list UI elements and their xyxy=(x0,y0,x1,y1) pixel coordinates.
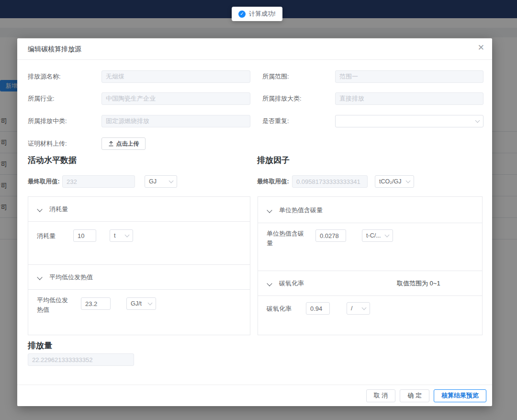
carbon-content-panel-content: 单位热值含碳量 t-C/... xyxy=(258,223,482,271)
factor-unit-value: tCO₂/GJ xyxy=(379,178,402,185)
heat-value-row-label: 平均低位发热值 xyxy=(37,295,68,315)
carbon-content-header-label: 单位热值含碳量 xyxy=(279,197,323,223)
middle-category-field xyxy=(101,115,250,127)
chevron-down-icon xyxy=(148,300,153,305)
oxidation-row-label: 碳氧化率 xyxy=(267,304,292,314)
consumption-header-label: 消耗量 xyxy=(49,197,68,222)
oxidation-unit-value: / xyxy=(351,305,352,312)
factor-final-value-field xyxy=(292,175,368,188)
chevron-down-icon xyxy=(267,281,272,286)
emission-section-title: 排放量 xyxy=(28,340,52,351)
heat-value-unit-select[interactable]: GJ/t xyxy=(126,297,156,310)
close-icon[interactable]: ✕ xyxy=(478,44,484,52)
dialog-footer: 取 消 确 定 核算结果预览 xyxy=(17,385,492,406)
chevron-down-icon xyxy=(406,178,411,183)
activity-final-label: 最终取用值: xyxy=(28,175,60,188)
activity-unit-select[interactable]: GJ xyxy=(145,175,177,188)
heat-value-panel-header[interactable]: 平均低位发热值 xyxy=(28,265,250,290)
heat-value-input[interactable] xyxy=(81,297,111,310)
factor-final-label: 最终取用值: xyxy=(257,175,289,188)
oxidation-header-label: 碳氧化率 xyxy=(279,271,304,296)
activity-collapse-panel: 消耗量 消耗量 t 平均低位发热值 平均低位发热值 GJ/t xyxy=(28,196,250,335)
success-toast: ✓ 计算成功! xyxy=(232,7,282,21)
heat-value-panel-content: 平均低位发热值 GJ/t xyxy=(28,290,250,335)
upload-button[interactable]: 点击上传 xyxy=(101,137,146,150)
consumption-unit-value: t xyxy=(114,232,115,239)
upload-button-label: 点击上传 xyxy=(116,140,139,148)
dialog-title: 编辑碳核算排放源 xyxy=(28,38,81,60)
activity-final-value-field xyxy=(62,175,135,188)
source-name-label: 排放源名称: xyxy=(28,70,61,83)
carbon-content-panel-header[interactable]: 单位热值含碳量 xyxy=(258,197,482,223)
activity-section-title: 活动水平数据 xyxy=(28,155,77,166)
confirm-button[interactable]: 确 定 xyxy=(400,389,429,402)
scope-field xyxy=(335,70,483,83)
industry-field xyxy=(101,92,250,105)
scope-label: 所属范围: xyxy=(262,70,289,83)
middle-category-label: 所属排放中类: xyxy=(28,115,67,127)
cancel-button[interactable]: 取 消 xyxy=(366,389,396,402)
oxidation-range-hint: 取值范围为 0~1 xyxy=(397,271,440,296)
upload-label: 证明材料上传: xyxy=(28,137,67,150)
toast-message: 计算成功! xyxy=(249,10,276,18)
consumption-panel-header[interactable]: 消耗量 xyxy=(28,197,250,222)
carbon-content-row-label: 单位热值含碳量 xyxy=(267,229,305,248)
activity-unit-value: GJ xyxy=(149,178,157,185)
chevron-down-icon xyxy=(37,206,42,212)
dialog-header: 编辑碳核算排放源 ✕ xyxy=(17,38,492,60)
chevron-down-icon xyxy=(475,118,480,123)
result-preview-button[interactable]: 核算结果预览 xyxy=(434,389,486,402)
consumption-row-label: 消耗量 xyxy=(37,231,56,241)
factor-unit-select[interactable]: tCO₂/GJ xyxy=(375,175,414,188)
industry-label: 所属行业: xyxy=(28,92,55,105)
factor-section-title: 排放因子 xyxy=(257,155,290,166)
emission-amount-field xyxy=(28,353,134,366)
consumption-unit-select[interactable]: t xyxy=(110,229,133,242)
chevron-down-icon xyxy=(267,207,272,213)
heat-value-header-label: 平均低位发热值 xyxy=(49,265,93,290)
consumption-input[interactable] xyxy=(73,229,96,242)
chevron-down-icon xyxy=(125,232,130,237)
carbon-content-input[interactable] xyxy=(315,229,346,242)
oxidation-panel-header[interactable]: 碳氧化率 取值范围为 0~1 xyxy=(258,271,482,296)
is-duplicate-select[interactable] xyxy=(335,115,483,127)
factor-collapse-panel: 单位热值含碳量 单位热值含碳量 t-C/... 碳氧化率 取值范围为 0~1 碳… xyxy=(258,196,483,335)
upload-icon xyxy=(108,141,114,147)
edit-emission-source-dialog: 编辑碳核算排放源 ✕ 排放源名称: 所属范围: 所属行业: 所属排放大类: 所属… xyxy=(17,38,492,406)
oxidation-input[interactable] xyxy=(306,302,330,315)
carbon-content-unit-select[interactable]: t-C/... xyxy=(362,229,393,242)
chevron-down-icon xyxy=(169,178,174,183)
major-category-label: 所属排放大类: xyxy=(262,92,302,105)
source-name-field xyxy=(101,70,250,83)
oxidation-unit-select[interactable]: / xyxy=(347,302,370,315)
chevron-down-icon xyxy=(362,305,367,310)
is-duplicate-label: 是否重复: xyxy=(262,115,289,127)
heat-value-unit-value: GJ/t xyxy=(131,300,142,307)
major-category-field xyxy=(335,92,483,105)
oxidation-panel-content: 碳氧化率 / xyxy=(258,296,482,335)
check-circle-icon: ✓ xyxy=(238,11,246,18)
chevron-down-icon xyxy=(37,274,42,280)
carbon-content-unit-value: t-C/... xyxy=(366,232,381,239)
consumption-panel-content: 消耗量 t xyxy=(28,222,250,265)
chevron-down-icon xyxy=(385,232,390,237)
